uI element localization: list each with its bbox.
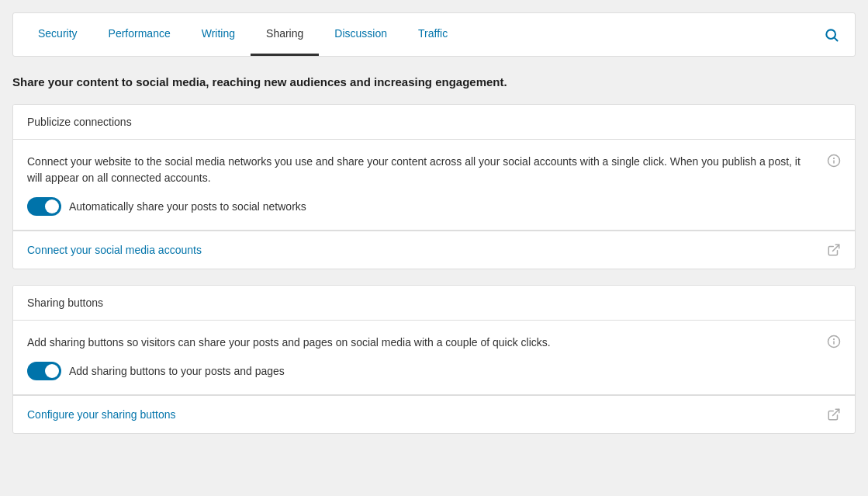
tab-security[interactable]: Security bbox=[22, 13, 93, 56]
add-sharing-buttons-slider bbox=[27, 362, 61, 380]
tab-traffic[interactable]: Traffic bbox=[403, 13, 463, 56]
tab-performance[interactable]: Performance bbox=[93, 13, 186, 56]
svg-line-1 bbox=[835, 37, 838, 40]
sharing-buttons-description: Add sharing buttons so visitors can shar… bbox=[27, 335, 841, 351]
main-container: Security Performance Writing Sharing Dis… bbox=[12, 12, 856, 434]
publicize-connections-description: Connect your website to the social media… bbox=[27, 154, 841, 186]
sharing-buttons-section: Add sharing buttons so visitors can shar… bbox=[13, 321, 855, 395]
search-icon bbox=[824, 27, 839, 43]
connect-social-external-icon bbox=[827, 243, 841, 257]
add-sharing-buttons-label: Add sharing buttons to your posts and pa… bbox=[69, 365, 285, 377]
auto-share-slider bbox=[27, 197, 61, 216]
search-button[interactable] bbox=[818, 21, 846, 49]
configure-sharing-row: Configure your sharing buttons bbox=[13, 395, 855, 433]
auto-share-toggle[interactable] bbox=[27, 197, 61, 216]
tab-writing[interactable]: Writing bbox=[186, 13, 251, 56]
tab-discussion[interactable]: Discussion bbox=[319, 13, 403, 56]
sharing-buttons-info-icon[interactable] bbox=[827, 335, 841, 349]
configure-sharing-external-icon bbox=[827, 408, 841, 421]
tab-sharing[interactable]: Sharing bbox=[251, 13, 319, 56]
svg-line-9 bbox=[833, 409, 839, 415]
sharing-buttons-header: Sharing buttons bbox=[13, 286, 855, 321]
sharing-buttons-card: Sharing buttons Add sharing buttons so v… bbox=[12, 285, 856, 434]
nav-bar: Security Performance Writing Sharing Dis… bbox=[12, 12, 856, 57]
auto-share-toggle-row: Automatically share your posts to social… bbox=[27, 197, 841, 216]
page-description: Share your content to social media, reac… bbox=[12, 75, 856, 88]
nav-tabs: Security Performance Writing Sharing Dis… bbox=[22, 13, 818, 56]
auto-share-label: Automatically share your posts to social… bbox=[69, 200, 306, 213]
publicize-connections-header: Publicize connections bbox=[13, 105, 855, 140]
publicize-connections-section: Connect your website to the social media… bbox=[13, 140, 855, 231]
publicize-connections-card: Publicize connections Connect your websi… bbox=[12, 104, 856, 269]
connect-social-row: Connect your social media accounts bbox=[13, 231, 855, 269]
add-sharing-buttons-toggle[interactable] bbox=[27, 362, 61, 380]
svg-line-5 bbox=[833, 245, 839, 251]
configure-sharing-link[interactable]: Configure your sharing buttons bbox=[27, 408, 175, 421]
publicize-info-icon[interactable] bbox=[827, 154, 841, 168]
add-sharing-buttons-toggle-row: Add sharing buttons to your posts and pa… bbox=[27, 362, 841, 380]
connect-social-link[interactable]: Connect your social media accounts bbox=[27, 244, 202, 256]
